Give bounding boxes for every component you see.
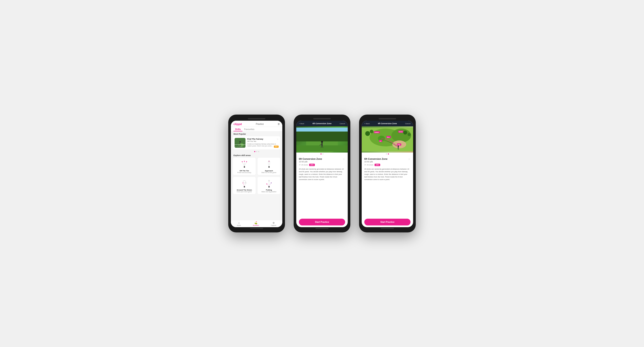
clock-icon: ⏱ (234, 146, 236, 148)
svg-point-14 (268, 166, 270, 168)
skill-card-approach[interactable]: Approach Dial-in to hit the green (257, 157, 280, 175)
svg-text:Miss: Miss (387, 137, 390, 138)
bottom-nav: ⌂ Home ⛳ Activities ⊕ Capture (231, 220, 282, 227)
svg-line-19 (243, 183, 244, 186)
drill-photo (296, 126, 348, 153)
svg-point-7 (244, 166, 245, 168)
ott-badge: OTT (274, 146, 278, 148)
capture-icon: ⊕ (272, 221, 275, 224)
back-button-2[interactable]: < Back (299, 123, 304, 125)
skill-atg-desc: Hone your short game (237, 191, 252, 192)
svg-line-20 (244, 183, 246, 186)
phone-3: < Back 6ft Conversion Zone Cancel (359, 115, 416, 232)
nav-activities[interactable]: ⛳ Activities (253, 221, 259, 226)
drill-title-3: 6ft Conversion Zone (364, 158, 388, 160)
phone-notch-3 (379, 118, 396, 119)
nav-home-label: Home (237, 225, 241, 226)
drill-title-2: 6ft Conversion Zone (299, 158, 322, 160)
svg-rect-34 (296, 145, 348, 151)
featured-star-icon[interactable]: ☆ (277, 138, 278, 140)
approach-icon (264, 159, 274, 169)
skill-putting-name: Putting (266, 189, 272, 191)
drill-header-title-2: 6ft Conversion Zone (312, 122, 331, 125)
activities-icon: ⛳ (254, 221, 258, 224)
skill-card-putting[interactable]: Putting Make and lag practice (257, 177, 280, 194)
ott-icon (239, 159, 250, 169)
tab-drills[interactable]: Drills (234, 127, 242, 131)
skill-approach-desc: Dial-in to hit the green (262, 172, 276, 173)
start-practice-button-2[interactable]: Start Practice (299, 219, 345, 225)
skill-card-ott[interactable]: Off The Tee Power and accuracy (232, 157, 256, 175)
start-practice-button-3[interactable]: Start Practice (364, 219, 410, 225)
drill-star-3[interactable]: ☆ (408, 158, 410, 161)
tab-favourites[interactable]: Favourites (242, 127, 256, 131)
nav-capture-label: Capture (271, 225, 276, 226)
svg-point-2 (239, 141, 241, 143)
svg-point-18 (243, 180, 246, 183)
shots-label: ⏱ 10 shots (234, 146, 242, 148)
phone1-content: Most Popular (231, 132, 282, 220)
drill-range-3: 10-50 yds (364, 161, 388, 163)
svg-point-11 (242, 161, 243, 162)
phone-home-bar-3 (381, 228, 394, 229)
dot-3 (258, 151, 259, 152)
svg-point-17 (244, 186, 245, 187)
phone-home-bar-2 (316, 228, 328, 229)
svg-line-28 (267, 184, 269, 186)
skill-card-atg[interactable]: Around The Green Hone your short game (232, 177, 256, 194)
svg-point-23 (268, 186, 270, 187)
clippd-logo: clippd (234, 122, 242, 126)
drill-header-title-3: 6ft Conversion Zone (378, 122, 397, 125)
cancel-button-2[interactable]: Cancel (340, 123, 345, 125)
phone-home-bar-1 (250, 228, 263, 229)
svg-point-13 (246, 161, 247, 162)
svg-point-22 (246, 183, 246, 183)
hamburger-icon[interactable]: ☰ (278, 123, 280, 125)
drill-star-2[interactable]: ☆ (343, 158, 345, 161)
phone-1: clippd Practice ☰ Drills Favourites Most… (228, 115, 285, 232)
back-button-3[interactable]: < Back (364, 123, 370, 125)
clock-icon-3: ⏱ (364, 164, 366, 166)
atg-icon (239, 179, 250, 188)
svg-point-12 (244, 161, 245, 162)
skill-putting-desc: Make and lag practice (262, 191, 276, 192)
featured-card[interactable]: Find The Fairway Off The Tee Create an i… (232, 136, 280, 150)
nav-home[interactable]: ⌂ Home (237, 221, 241, 226)
svg-point-46 (370, 130, 373, 133)
svg-point-21 (242, 183, 243, 183)
drill-header-2: < Back 6ft Conversion Zone Cancel (296, 121, 348, 126)
drill-desc-3: 20 shots are randomly generated at dista… (364, 168, 410, 181)
svg-text:SAND: SAND (398, 144, 400, 145)
nav-capture[interactable]: ⊕ Capture (271, 221, 276, 226)
svg-line-10 (244, 162, 246, 166)
skill-grid: Off The Tee Power and accuracy (231, 157, 282, 196)
arg-badge-2: ARG (309, 164, 315, 166)
drill-image-dots-2 (296, 153, 348, 155)
skill-ott-name: Off The Tee (240, 170, 249, 172)
nav-activities-label: Activities (253, 225, 259, 226)
drill-desc-2: 20 shots are randomly generated at dista… (299, 168, 345, 181)
phones-container: clippd Practice ☰ Drills Favourites Most… (228, 115, 416, 232)
dot-active-3 (388, 153, 389, 155)
drill-content-3: 6ft Conversion Zone 10-50 yds ☆ ⏱ 20 sho… (362, 155, 413, 217)
phone1-header-title: Practice (256, 123, 264, 125)
dot-2 (256, 151, 257, 152)
phone-notch-1 (248, 118, 265, 119)
dot-active-2 (320, 153, 322, 155)
svg-point-47 (403, 131, 407, 134)
cancel-button-3[interactable]: Cancel (405, 123, 410, 125)
phone1-header: clippd Practice ☰ (231, 121, 282, 127)
phone-notch-2 (313, 118, 331, 119)
svg-point-35 (321, 141, 323, 143)
drill-meta-3: ⏱ 20 shots ARG (364, 164, 410, 166)
dot-1 (254, 151, 255, 152)
shots-info-3: ⏱ 20 shots (364, 164, 373, 166)
phone-3-screen: < Back 6ft Conversion Zone Cancel (362, 121, 413, 227)
featured-card-title: Find The Fairway (247, 138, 278, 140)
drill-range-2: 10-50 yds (299, 161, 322, 163)
svg-point-16 (268, 161, 269, 162)
explore-label: Explore skill areas (231, 153, 282, 157)
clock-icon-2: ⏱ (299, 164, 301, 166)
featured-card-subtitle: Off The Tee (247, 140, 278, 142)
dot-1-3 (386, 153, 387, 155)
